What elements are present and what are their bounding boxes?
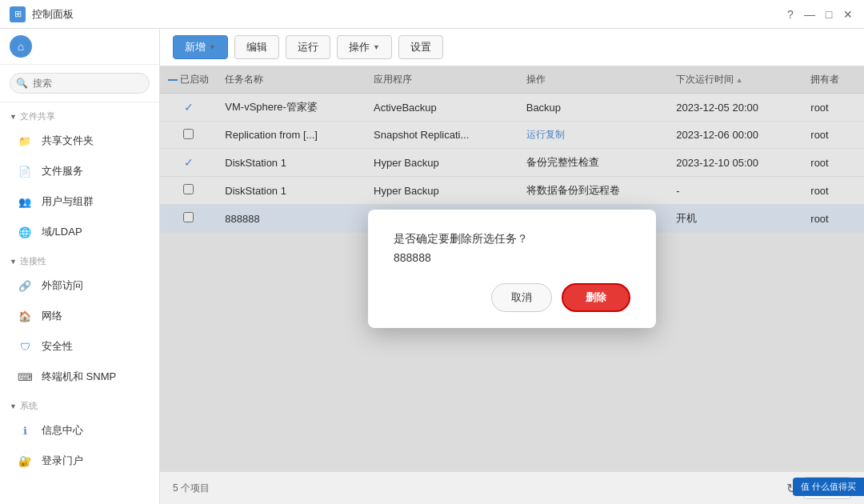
- search-icon: 🔍: [16, 78, 28, 89]
- sidebar-label-network: 网络: [42, 309, 62, 323]
- watermark-text: 值 什么值得买: [801, 482, 856, 491]
- sidebar-item-network[interactable]: 🏠 网络: [0, 301, 159, 331]
- sidebar-item-shared-folder[interactable]: 📁 共享文件夹: [0, 126, 159, 156]
- main-layout: ⌂ 🔍 ▼ 文件共享 📁 共享文件夹 📄 文件服务: [0, 29, 864, 504]
- sidebar-label-shared-folder: 共享文件夹: [42, 134, 94, 148]
- watermark-badge: 值 什么值得买: [793, 478, 864, 496]
- settings-button[interactable]: 设置: [398, 35, 443, 59]
- sidebar-item-domain-ldap[interactable]: 🌐 域/LDAP: [0, 217, 159, 247]
- titlebar: ⊞ 控制面板 ? — □ ✕: [0, 0, 864, 29]
- app-window: ⊞ 控制面板 ? — □ ✕ ⌂ 🔍 ▼: [0, 0, 864, 504]
- sidebar-label-login-portal: 登录门户: [42, 454, 83, 468]
- add-button[interactable]: 新增 ▼: [173, 35, 228, 59]
- cancel-button[interactable]: 取消: [491, 283, 552, 312]
- dialog-content: 是否确定要删除所选任务？ 888888: [394, 232, 630, 264]
- external-icon: 🔗: [16, 277, 34, 294]
- toolbar: 新增 ▼ 编辑 运行 操作 ▼ 设置: [160, 29, 864, 66]
- dialog-title: 是否确定要删除所选任务？: [394, 232, 630, 246]
- sidebar-label-info-center: 信息中心: [42, 423, 83, 438]
- sidebar-label-terminal-snmp: 终端机和 SNMP: [42, 370, 116, 384]
- delete-button[interactable]: 删除: [562, 283, 630, 312]
- chevron-down-icon: ▼: [10, 113, 17, 121]
- home-icon[interactable]: ⌂: [10, 35, 32, 58]
- sidebar-item-external-access[interactable]: 🔗 外部访问: [0, 270, 159, 301]
- close-button[interactable]: ✕: [842, 8, 854, 21]
- sidebar: ⌂ 🔍 ▼ 文件共享 📁 共享文件夹 📄 文件服务: [0, 29, 160, 504]
- sidebar-item-login-portal[interactable]: 🔐 登录门户: [0, 446, 159, 476]
- file-icon: 📄: [16, 162, 34, 180]
- sidebar-item-security[interactable]: 🛡 安全性: [0, 331, 159, 362]
- security-icon: 🛡: [16, 338, 34, 355]
- sidebar-label-file-service: 文件服务: [42, 164, 83, 178]
- section-system[interactable]: ▼ 系统: [0, 392, 159, 415]
- chevron-down-icon-connectivity: ▼: [10, 258, 17, 266]
- item-count: 5 个项目: [173, 482, 210, 495]
- sidebar-label-users-groups: 用户与组群: [42, 194, 94, 209]
- footer: 5 个项目 ↻ 重置: [160, 471, 864, 504]
- section-file-sharing[interactable]: ▼ 文件共享: [0, 102, 159, 126]
- domain-icon: 🌐: [16, 223, 34, 241]
- sidebar-item-file-service[interactable]: 📄 文件服务: [0, 156, 159, 186]
- sidebar-item-users-groups[interactable]: 👥 用户与组群: [0, 186, 159, 217]
- maximize-button[interactable]: □: [822, 8, 835, 21]
- info-icon: ℹ: [16, 422, 34, 439]
- sidebar-label-security: 安全性: [42, 339, 73, 354]
- window-title: 控制面板: [32, 7, 784, 22]
- search-input[interactable]: [10, 73, 150, 94]
- users-icon: 👥: [16, 193, 34, 210]
- search-area: 🔍: [0, 65, 159, 102]
- app-icon: ⊞: [10, 6, 26, 22]
- titlebar-controls: ? — □ ✕: [784, 8, 854, 21]
- sidebar-item-info-center[interactable]: ℹ 信息中心: [0, 415, 159, 446]
- dialog-buttons: 取消 删除: [394, 283, 630, 312]
- run-button[interactable]: 运行: [286, 35, 330, 59]
- dialog-item-name: 888888: [394, 251, 630, 264]
- action-dropdown-icon: ▼: [373, 43, 380, 51]
- content-area: 新增 ▼ 编辑 运行 操作 ▼ 设置 已启动: [160, 29, 864, 504]
- confirm-dialog: 是否确定要删除所选任务？ 888888 取消 删除: [368, 210, 656, 328]
- sidebar-label-external-access: 外部访问: [42, 278, 83, 293]
- terminal-icon: ⌨: [16, 368, 34, 386]
- chevron-down-icon-system: ▼: [10, 402, 17, 410]
- dialog-overlay: 是否确定要删除所选任务？ 888888 取消 删除: [160, 66, 864, 471]
- login-icon: 🔐: [16, 452, 34, 470]
- folder-icon: 📁: [16, 132, 34, 150]
- minimize-button[interactable]: —: [803, 8, 816, 21]
- add-dropdown-icon: ▼: [209, 43, 216, 51]
- help-button[interactable]: ?: [784, 8, 797, 21]
- table-area: 已启动 任务名称 应用程序 操作 下次运行时间 拥有者: [160, 66, 864, 471]
- sidebar-label-domain-ldap: 域/LDAP: [42, 225, 82, 239]
- section-connectivity[interactable]: ▼ 连接性: [0, 247, 159, 270]
- network-icon: 🏠: [16, 307, 34, 325]
- sidebar-item-terminal-snmp[interactable]: ⌨ 终端机和 SNMP: [0, 362, 159, 392]
- action-button[interactable]: 操作 ▼: [337, 35, 392, 59]
- edit-button[interactable]: 编辑: [234, 35, 279, 59]
